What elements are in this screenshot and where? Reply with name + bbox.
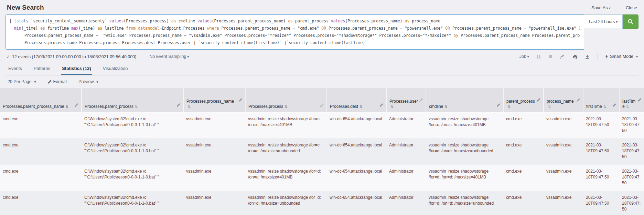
edit-column-icon[interactable]	[577, 98, 580, 102]
tab-visualization[interactable]: Visualization	[102, 63, 129, 75]
table-cell[interactable]: 2021-03-18T09:47:50	[583, 139, 619, 165]
sort-icon[interactable]: ⇅	[548, 105, 551, 109]
table-cell[interactable]: vssadmin resize shadowstorage /for=c: /o…	[426, 139, 503, 165]
table-cell[interactable]: vssadmin.exe	[544, 165, 583, 191]
sort-icon[interactable]: ⇅	[285, 105, 287, 109]
table-cell[interactable]: C:\Windows\system32\cmd.exe /c ""C:\User…	[82, 139, 183, 165]
edit-column-icon[interactable]	[497, 103, 500, 107]
edit-column-icon[interactable]	[239, 98, 242, 102]
column-header[interactable]: Processes.user⇅	[386, 88, 426, 112]
table-cell[interactable]: C:\Windows\system32\cmd.exe /c ""C:\User…	[82, 112, 183, 139]
edit-column-icon[interactable]	[75, 103, 78, 107]
table-cell[interactable]: 2021-03-18T09:47:50	[619, 165, 644, 191]
column-header[interactable]: Processes.dest⇅	[327, 88, 386, 112]
event-sampling-menu[interactable]: No Event Sampling▾	[149, 54, 189, 59]
job-menu[interactable]: Job▾	[519, 54, 529, 59]
statistics-table: Processes.parent_process_name⇅Processes.…	[0, 88, 644, 215]
table-cell[interactable]: vssadmin resize shadowstorage /for=c: /o…	[245, 112, 327, 139]
column-header[interactable]: cmdline⇅	[426, 88, 503, 112]
table-cell[interactable]: win-dc-654.attackrange.local	[327, 139, 386, 165]
table-cell[interactable]: vssadmin.exe	[544, 139, 583, 165]
table-cell[interactable]: vssadmin resize shadowstorage /for=c: /o…	[426, 112, 503, 139]
table-cell[interactable]: 2021-03-18T09:47:50	[583, 165, 619, 191]
search-mode-menu[interactable]: Smart Mode▾	[605, 54, 638, 59]
edit-column-icon[interactable]	[419, 98, 423, 102]
table-cell[interactable]: Administrator	[386, 165, 426, 191]
tab-events[interactable]: Events	[8, 63, 23, 75]
table-cell[interactable]: vssadmin.exe	[183, 112, 245, 139]
sort-icon[interactable]: ⇅	[508, 105, 511, 109]
sort-icon[interactable]: ⇅	[135, 105, 138, 109]
format-button[interactable]: Format	[48, 79, 67, 84]
share-icon[interactable]	[560, 54, 565, 59]
table-cell[interactable]: vssadmin.exe	[183, 165, 245, 191]
table-cell[interactable]: vssadmin resize shadowstorage /for=d: /o…	[426, 191, 503, 215]
edit-column-icon[interactable]	[177, 103, 180, 107]
column-header[interactable]: firstTime⇅	[583, 88, 619, 112]
column-label: process_name	[547, 99, 574, 104]
search-query-input[interactable]: | tstats `security_content_summariesonly…	[6, 14, 584, 50]
table-cell[interactable]: vssadmin.exe	[544, 112, 583, 139]
table-row: cmd.exeC:\Windows\system32\cmd.exe /c ""…	[0, 112, 644, 139]
table-cell[interactable]: cmd.exe	[503, 165, 544, 191]
table-cell[interactable]: vssadmin.exe	[544, 191, 583, 215]
column-header[interactable]: Processes.parent_process_name⇅	[0, 88, 82, 112]
column-header[interactable]: Processes.process_name⇅	[183, 88, 245, 112]
table-cell[interactable]: 2021-03-18T09:47:50	[619, 139, 644, 165]
edit-column-icon[interactable]	[320, 103, 324, 107]
column-header[interactable]: process_name⇅	[544, 88, 583, 112]
column-header[interactable]: lastTime⇅	[619, 88, 644, 112]
stop-icon[interactable]	[548, 54, 552, 59]
table-cell[interactable]: vssadmin resize shadowstorage /for=d: /o…	[245, 165, 327, 191]
sort-icon[interactable]: ⇅	[444, 105, 447, 109]
table-cell[interactable]: vssadmin.exe	[183, 139, 245, 165]
table-cell[interactable]: cmd.exe	[503, 139, 544, 165]
table-cell[interactable]: 2021-03-18T09:47:50	[583, 191, 619, 215]
sort-icon[interactable]: ⇅	[603, 105, 606, 109]
table-cell[interactable]: 2021-03-18T09:47:50	[583, 112, 619, 139]
table-cell[interactable]: cmd.exe	[0, 112, 82, 139]
table-cell[interactable]: C:\Windows\system32\cmd.exe /c ""C:\User…	[82, 165, 183, 191]
print-icon[interactable]	[573, 54, 578, 59]
sort-icon[interactable]: ⇅	[391, 105, 394, 109]
table-cell[interactable]: cmd.exe	[0, 165, 82, 191]
table-cell[interactable]: cmd.exe	[503, 191, 544, 215]
sort-icon[interactable]: ⇅	[359, 105, 362, 109]
table-cell[interactable]: vssadmin resize shadowstorage /for=c: /o…	[245, 139, 327, 165]
table-cell[interactable]: Administrator	[386, 112, 426, 139]
table-cell[interactable]: win-dc-654.attackrange.local	[327, 191, 386, 215]
table-cell[interactable]: vssadmin resize shadowstorage /for=d: /o…	[426, 165, 503, 191]
edit-column-icon[interactable]	[613, 103, 616, 107]
table-cell[interactable]: win-dc-654.attackrange.local	[327, 165, 386, 191]
table-cell[interactable]: cmd.exe	[0, 191, 82, 215]
preview-menu[interactable]: Preview▾	[78, 79, 98, 84]
sort-icon[interactable]: ⇅	[626, 105, 629, 109]
table-cell[interactable]: vssadmin resize shadowstorage /for=d: /o…	[245, 191, 327, 215]
tab-statistics[interactable]: Statistics (12)	[61, 63, 92, 75]
edit-column-icon[interactable]	[380, 103, 383, 107]
edit-column-icon[interactable]	[638, 98, 641, 102]
column-header[interactable]: Processes.process⇅	[245, 88, 327, 112]
table-cell[interactable]: Administrator	[386, 191, 426, 215]
table-cell[interactable]: vssadmin.exe	[183, 191, 245, 215]
export-icon[interactable]	[585, 54, 590, 59]
table-cell[interactable]: cmd.exe	[503, 112, 544, 139]
column-header[interactable]: Processes.parent_process⇅	[82, 88, 183, 112]
table-cell[interactable]: 2021-03-18T09:47:50	[619, 191, 644, 215]
table-cell[interactable]: C:\Windows\system32\cmd.exe /c ""C:\User…	[82, 191, 183, 215]
sort-icon[interactable]: ⇅	[188, 105, 191, 109]
pause-icon[interactable]	[537, 54, 541, 59]
close-button[interactable]: Close	[626, 5, 637, 10]
search-button[interactable]	[623, 14, 638, 29]
per-page-menu[interactable]: 20 Per Page▾	[8, 79, 36, 84]
tab-patterns[interactable]: Patterns	[33, 63, 51, 75]
time-range-picker[interactable]: Last 24 hours▾	[584, 14, 623, 29]
save-as-button[interactable]: Save As▾	[591, 5, 611, 10]
table-cell[interactable]: cmd.exe	[0, 139, 82, 165]
table-cell[interactable]: 2021-03-18T09:47:50	[619, 112, 644, 139]
edit-column-icon[interactable]	[537, 98, 540, 102]
table-cell[interactable]: Administrator	[386, 139, 426, 165]
sort-icon[interactable]: ⇅	[66, 105, 68, 109]
column-header[interactable]: parent_process⇅	[503, 88, 544, 112]
table-cell[interactable]: win-dc-654.attackrange.local	[327, 112, 386, 139]
